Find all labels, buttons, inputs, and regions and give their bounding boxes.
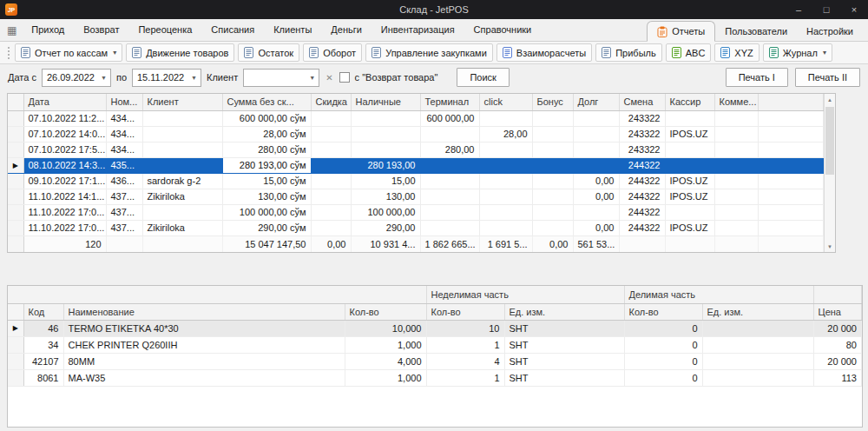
cell[interactable]: 15,00 [351, 173, 420, 189]
column-header[interactable]: Клиент [142, 94, 222, 110]
cell[interactable]: 436... [106, 173, 142, 189]
date-to-input[interactable] [137, 72, 187, 83]
cell[interactable] [351, 142, 420, 157]
toolbar-button-turnover[interactable]: Оборот [303, 43, 362, 62]
cell[interactable] [311, 126, 351, 142]
cell[interactable]: 46 [23, 320, 63, 336]
cell[interactable]: 0 [624, 369, 702, 386]
cell[interactable]: 100 000,00 [351, 204, 420, 220]
cell[interactable]: MA-W35 [63, 369, 345, 386]
cell[interactable] [532, 142, 573, 157]
cell[interactable]: 80 [813, 336, 861, 353]
cell[interactable] [573, 126, 619, 142]
cell[interactable]: 20 000 [813, 320, 861, 336]
menu-item[interactable]: Приход [22, 19, 74, 41]
cell[interactable]: 15,00 сўм [222, 173, 311, 189]
cell[interactable] [479, 173, 532, 189]
menu-item[interactable]: Деньги [321, 19, 372, 41]
cell[interactable] [532, 110, 573, 126]
search-button[interactable]: Поиск [457, 68, 509, 87]
cell[interactable]: 08.10.2022 14:3... [23, 157, 106, 173]
cell[interactable] [420, 220, 479, 235]
cell[interactable] [714, 126, 758, 142]
client-dropdown-icon[interactable]: ▼ [306, 70, 319, 86]
tab-reports[interactable]: Отчеты [647, 21, 715, 42]
cell[interactable]: 07.10.2022 14:0... [23, 126, 106, 142]
cell[interactable]: 42107 [23, 353, 63, 369]
cell[interactable]: 20 000 [813, 353, 861, 369]
cell[interactable]: 130,00 [351, 189, 420, 204]
row-indicator[interactable] [8, 189, 23, 204]
toolbar-button-stock[interactable]: Остаток [238, 43, 299, 62]
row-indicator[interactable] [8, 220, 23, 235]
column-header[interactable]: Кол-во [426, 303, 504, 320]
cell[interactable]: 437... [106, 204, 142, 220]
minimize-button[interactable]: – [785, 0, 812, 19]
cell[interactable]: Zikiriloka [142, 189, 222, 204]
cell[interactable]: 11.10.2022 14:1... [23, 189, 106, 204]
cell[interactable]: 600 000,00 сўм [222, 110, 311, 126]
cell[interactable]: 0,00 [573, 220, 619, 235]
column-header[interactable]: Бонус [532, 94, 573, 110]
cell[interactable]: 244322 [619, 189, 665, 204]
menu-item[interactable]: Возврат [74, 19, 128, 41]
cell[interactable]: 290,00 сўм [222, 220, 311, 235]
cell[interactable] [532, 173, 573, 189]
toolbar-button-journal[interactable]: Журнал▾ [763, 43, 832, 62]
vertical-scrollbar[interactable]: ▲ ▼ [824, 94, 835, 252]
cell[interactable]: 434... [106, 126, 142, 142]
cell[interactable]: 11.10.2022 17:0... [23, 204, 106, 220]
tab-settings[interactable]: Настройки [797, 22, 863, 41]
cell[interactable]: 0 [624, 320, 702, 336]
menu-item[interactable]: Справочники [464, 19, 542, 41]
cell[interactable]: 1,000 [345, 369, 426, 386]
cell[interactable] [702, 336, 813, 353]
column-header[interactable]: Сумма без ск... [222, 94, 311, 110]
column-header[interactable]: Кол-во [624, 303, 702, 320]
cell[interactable]: 437... [106, 220, 142, 235]
return-goods-checkbox[interactable] [339, 72, 350, 83]
cell[interactable] [420, 126, 479, 142]
cell[interactable] [311, 173, 351, 189]
cell[interactable]: 290,00 [351, 220, 420, 235]
row-indicator[interactable]: ▶ [8, 157, 23, 173]
cell[interactable]: Zikiriloka [142, 220, 222, 235]
cell[interactable]: TERMO ETIKETKA 40*30 [63, 320, 345, 336]
cell[interactable]: 280,00 сўм [222, 142, 311, 157]
cell[interactable]: 243322 [619, 110, 665, 126]
cell[interactable]: 244322 [619, 220, 665, 235]
cell[interactable] [714, 189, 758, 204]
cell[interactable]: 09.10.2022 17:1... [23, 173, 106, 189]
cell[interactable]: IPOS.UZ [665, 220, 714, 235]
column-header[interactable]: Дата [23, 94, 106, 110]
cell[interactable]: 244322 [619, 204, 665, 220]
cell[interactable]: 28,00 сўм [222, 126, 311, 142]
cell[interactable] [311, 110, 351, 126]
menu-item[interactable]: Инвентаризация [372, 19, 464, 41]
cell[interactable]: 07.10.2022 11:2... [23, 110, 106, 126]
cell[interactable] [311, 220, 351, 235]
cell[interactable] [532, 126, 573, 142]
cell[interactable]: 10 [426, 320, 504, 336]
cell[interactable] [420, 189, 479, 204]
cell[interactable] [420, 204, 479, 220]
cell[interactable] [714, 173, 758, 189]
column-header[interactable]: Ном... [106, 94, 142, 110]
cell[interactable] [420, 157, 479, 173]
cell[interactable]: IPOS.UZ [665, 126, 714, 142]
row-indicator[interactable] [8, 126, 23, 142]
cell[interactable]: 10,000 [345, 320, 426, 336]
cell[interactable]: 280,00 [420, 142, 479, 157]
cell[interactable]: SHT [504, 353, 624, 369]
cell[interactable] [479, 204, 532, 220]
column-header[interactable]: Код [23, 303, 63, 320]
cell[interactable] [479, 189, 532, 204]
cell[interactable]: 34 [23, 336, 63, 353]
date-from-editor[interactable]: ▼ [42, 69, 111, 87]
cell[interactable]: 280 193,00 сўм [222, 157, 311, 173]
date-from-input[interactable] [47, 72, 97, 83]
cell[interactable] [311, 157, 351, 173]
cell[interactable]: 243322 [619, 126, 665, 142]
close-button[interactable]: × [840, 0, 868, 19]
scrollbar-thumb[interactable] [825, 107, 834, 175]
